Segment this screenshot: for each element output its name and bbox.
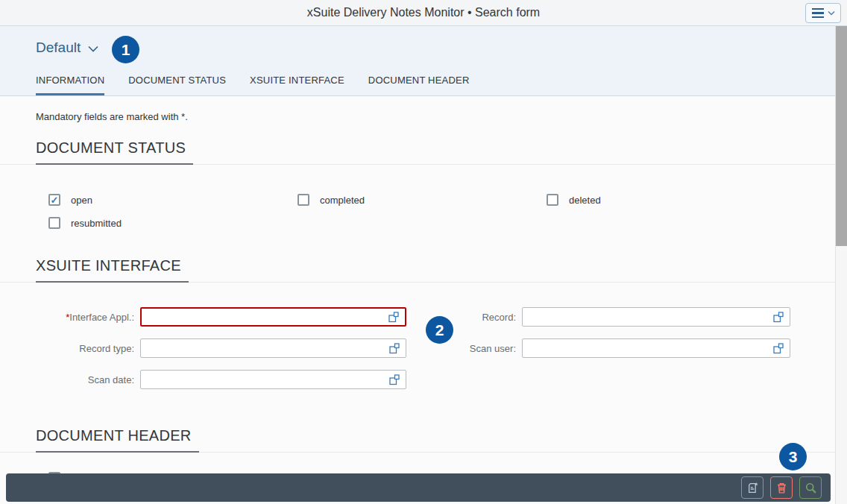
record-input[interactable] [529,312,772,323]
page-title: xSuite Delivery Notes Monitor • Search f… [307,6,540,19]
filter-tabs: INFORMATION DOCUMENT STATUS XSUITE INTER… [36,69,469,95]
record-type-input-wrap [140,338,406,358]
value-help-icon[interactable] [772,341,785,355]
scan-date-input[interactable] [147,374,388,385]
field-label-record-type: Record type: [36,343,134,354]
checkbox-label: resubmitted [71,218,122,229]
search-magnifier-icon [805,482,817,494]
variant-selector[interactable]: Default [36,40,98,56]
variant-title[interactable]: Default [36,40,81,56]
checkbox-box[interactable]: ✓ [547,194,558,206]
value-help-icon[interactable] [388,373,401,386]
scan-user-input-wrap [522,338,790,358]
tab-label: DOCUMENT STATUS [128,75,226,86]
section-xsuite-interface: XSUITE INTERFACE [0,257,835,283]
checkbox-label: completed [320,195,365,206]
tab-document-header[interactable]: DOCUMENT HEADER [368,69,470,95]
tab-information[interactable]: INFORMATION [36,69,104,95]
delete-button[interactable] [770,476,793,499]
field-label-interface-appl: *Interface Appl.: [36,312,134,323]
save-variant-button[interactable] [741,476,763,499]
value-help-icon[interactable] [387,310,400,324]
checkbox-box[interactable]: ✓ [48,217,60,229]
step-badge-1: 1 [112,36,139,63]
form-row-record: Record: [418,307,835,327]
delete-trash-icon [775,482,788,494]
tab-xsuite-interface[interactable]: XSUITE INTERFACE [250,69,344,95]
value-help-icon[interactable] [772,310,785,324]
tab-document-status[interactable]: DOCUMENT STATUS [128,69,226,95]
tab-label: INFORMATION [36,75,104,86]
vertical-scrollbar[interactable] [835,26,847,504]
scan-user-input[interactable] [529,343,772,354]
shell-menu-button[interactable] [805,3,841,23]
form-column-left: *Interface Appl.: Record type: [0,307,418,401]
create-document-star-icon [746,482,759,494]
chevron-down-icon [828,10,835,16]
form-row-record-type: Record type: [0,338,418,358]
checkbox-label: deleted [569,195,601,206]
mandatory-fields-note: Mandatory fields are marked with *. [36,111,835,122]
tab-label: XSUITE INTERFACE [250,75,344,86]
hamburger-icon [812,8,824,19]
xsuite-interface-form: *Interface Appl.: Record type: [0,307,835,401]
section-document-status: DOCUMENT STATUS [0,139,835,165]
search-form-content: Mandatory fields are marked with *. DOCU… [0,97,835,504]
search-button[interactable] [799,476,822,499]
checkbox-box[interactable]: ✓ [48,194,60,206]
checkbox-open[interactable]: ✓ open [48,193,297,207]
interface-appl-input-wrap [140,307,406,327]
value-help-icon[interactable] [388,341,401,355]
record-type-input[interactable] [147,343,388,354]
step-badge-2: 2 [426,316,453,344]
section-document-header: DOCUMENT HEADER [0,427,835,453]
chevron-down-icon [88,45,98,52]
checkbox-box[interactable]: ✓ [297,194,309,206]
record-input-wrap [522,307,790,327]
form-column-right: Record: Scan user: [418,307,835,401]
checkbox-label: open [71,195,92,206]
scan-date-input-wrap [140,370,406,389]
shell-header: xSuite Delivery Notes Monitor • Search f… [0,0,847,26]
form-row-scan-date: Scan date: [0,370,418,389]
step-badge-3: 3 [779,443,807,470]
section-title-xsuite-interface: XSUITE INTERFACE [36,257,189,283]
section-title-document-header: DOCUMENT HEADER [36,427,199,453]
tab-label: DOCUMENT HEADER [368,75,470,86]
form-row-interface-appl: *Interface Appl.: [0,307,418,327]
section-title-document-status: DOCUMENT STATUS [36,139,193,165]
checkbox-deleted[interactable]: ✓ deleted [547,193,796,207]
interface-appl-input[interactable] [148,312,387,323]
form-row-scan-user: Scan user: [418,338,835,358]
field-label-scan-date: Scan date: [36,374,134,385]
checkmark-icon: ✓ [51,195,59,205]
checkbox-completed[interactable]: ✓ completed [297,193,547,207]
document-status-checkbox-group: ✓ open ✓ completed ✓ deleted ✓ resubmitt… [48,193,835,230]
field-label-scan-user: Scan user: [418,343,516,354]
scrollbar-thumb[interactable] [836,26,847,246]
footer-toolbar [6,473,831,502]
checkbox-resubmitted[interactable]: ✓ resubmitted [48,216,297,230]
